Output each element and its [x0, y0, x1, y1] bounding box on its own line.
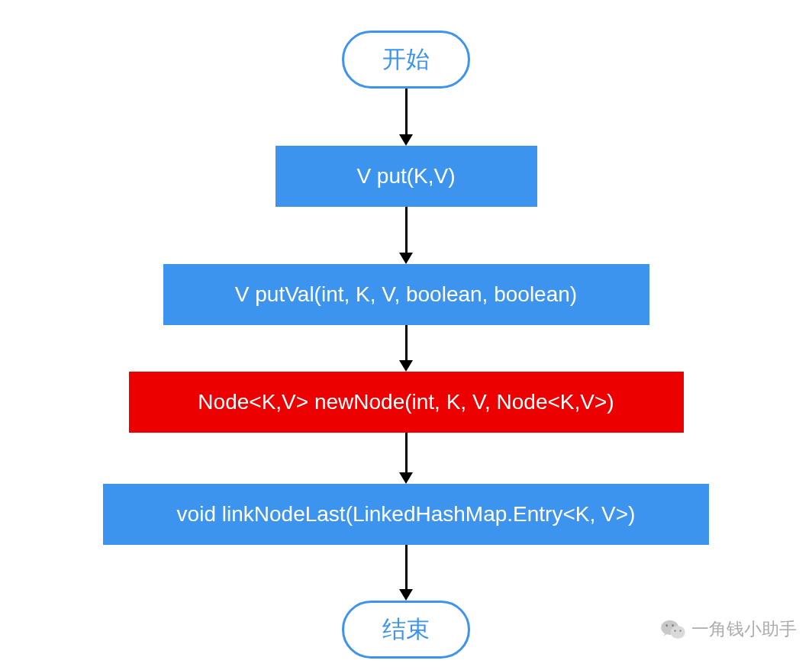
svg-point-3 — [672, 624, 674, 627]
arrow-line — [405, 207, 408, 253]
arrow-head-icon — [399, 360, 413, 372]
wechat-icon — [661, 619, 685, 640]
svg-point-1 — [671, 626, 685, 639]
arrow-line — [405, 545, 408, 589]
arrow-5 — [399, 545, 413, 601]
watermark-text: 一角钱小助手 — [691, 617, 797, 641]
arrow-head-icon — [399, 253, 413, 264]
svg-point-5 — [679, 630, 681, 631]
arrow-3 — [399, 325, 413, 372]
watermark: 一角钱小助手 — [661, 617, 797, 641]
end-terminal: 结束 — [342, 601, 470, 659]
process-linknodelast-label: void linkNodeLast(LinkedHashMap.Entry<K,… — [177, 502, 636, 526]
arrow-4 — [399, 433, 413, 484]
process-newnode-label: Node<K,V> newNode(int, K, V, Node<K,V>) — [198, 390, 614, 414]
flowchart-container: 开始 V put(K,V) V putVal(int, K, V, boolea… — [0, 0, 812, 659]
end-label: 结束 — [382, 616, 430, 643]
process-newnode: Node<K,V> newNode(int, K, V, Node<K,V>) — [129, 372, 684, 433]
svg-point-2 — [665, 624, 668, 627]
arrow-line — [405, 89, 408, 134]
process-put-label: V put(K,V) — [356, 164, 455, 188]
arrow-2 — [399, 207, 413, 264]
process-put: V put(K,V) — [276, 146, 537, 207]
svg-point-4 — [674, 630, 675, 631]
arrow-head-icon — [399, 134, 413, 146]
arrow-head-icon — [399, 589, 413, 601]
arrow-1 — [399, 89, 413, 146]
arrow-head-icon — [399, 472, 413, 484]
process-putval: V putVal(int, K, V, boolean, boolean) — [163, 264, 649, 325]
start-label: 开始 — [382, 46, 430, 72]
process-putval-label: V putVal(int, K, V, boolean, boolean) — [235, 282, 577, 306]
arrow-line — [405, 433, 408, 472]
arrow-line — [405, 325, 408, 360]
start-terminal: 开始 — [342, 31, 470, 89]
process-linknodelast: void linkNodeLast(LinkedHashMap.Entry<K,… — [103, 484, 709, 545]
